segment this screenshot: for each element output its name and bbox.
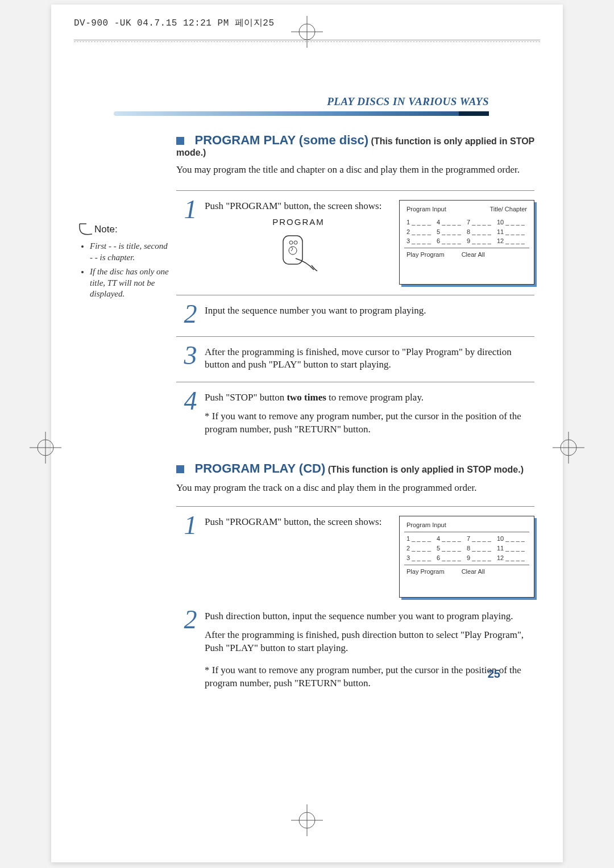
- step-3: 3 After the programming is finished, mov…: [176, 336, 534, 382]
- step-bold: two times: [287, 392, 326, 403]
- note-label: Note:: [85, 224, 171, 235]
- panel-cell: 11 _ _ _ _: [497, 544, 527, 553]
- panel-cell: 8 _ _ _ _: [467, 228, 497, 236]
- panel-action-clear: Clear All: [462, 251, 485, 259]
- program-play-cd-heading: PROGRAM PLAY (CD) (This function is only…: [176, 461, 534, 476]
- panel-cell: 2 _ _ _ _: [406, 228, 437, 236]
- panel-cell: 12 _ _ _ _: [497, 237, 527, 245]
- step-text: Push "STOP" button: [205, 392, 287, 403]
- section-title: PLAY DISCS IN VARIOUS WAYS: [327, 95, 489, 107]
- note-item: First - - is title, second - - is chapte…: [90, 241, 171, 263]
- program-label: PROGRAM: [205, 216, 392, 228]
- panel-cell: 11 _ _ _ _: [497, 228, 527, 236]
- step-4: 4 Push "STOP" button two times to remove…: [176, 382, 534, 446]
- panel-cell: 5 _ _ _ _: [437, 228, 467, 236]
- square-bullet-icon: [176, 137, 184, 145]
- step-number: 2: [176, 608, 205, 690]
- main-column: PROGRAM PLAY (some disc) (This function …: [176, 116, 534, 700]
- step-2: 2 Input the sequence number you want to …: [176, 295, 534, 336]
- panel-cell: 3 _ _ _ _: [406, 554, 437, 562]
- heading-note: (This function is only applied in STOP m…: [328, 465, 524, 474]
- divider: [74, 40, 540, 40]
- header-rule: [114, 111, 489, 116]
- panel-cell: 5 _ _ _ _: [437, 544, 467, 553]
- panel-cell: 9 _ _ _ _: [467, 554, 497, 562]
- note-item: If the disc has only one title, TT will …: [90, 266, 171, 300]
- step-text: After the programming is finished, move …: [205, 344, 534, 372]
- step-text: Input the sequence number you want to pr…: [205, 302, 534, 326]
- square-bullet-icon: [176, 465, 184, 473]
- panel-action-play: Play Program: [406, 251, 445, 259]
- heading-strong: PROGRAM PLAY (some disc): [194, 133, 368, 147]
- crop-mark-bottom: [290, 803, 324, 840]
- step-after: After the programming is finished, push …: [205, 629, 534, 655]
- document-page: DV-900 -UK 04.7.15 12:21 PM 페이지25 PLAY D…: [51, 5, 563, 862]
- panel-cell: 4 _ _ _ _: [437, 535, 467, 543]
- panel-cell: 3 _ _ _ _: [406, 237, 437, 245]
- crop-mark-right: [551, 431, 586, 467]
- panel-cell: 7 _ _ _ _: [467, 218, 497, 227]
- panel-cell: 6 _ _ _ _: [437, 554, 467, 562]
- panel-cell: 7 _ _ _ _: [467, 535, 497, 543]
- step-number: 2: [176, 302, 205, 326]
- step-subtext: * If you want to remove any program numb…: [205, 410, 534, 436]
- program-input-screen: Program Input 1 _ _ _ _ 2 _ _ _ _ 3 _ _ …: [399, 516, 534, 598]
- panel-cell: 9 _ _ _ _: [467, 237, 497, 245]
- panel-head-left: Program Input: [406, 521, 446, 529]
- step-text: Push direction button, input the sequenc…: [205, 610, 534, 623]
- svg-point-13: [289, 241, 293, 244]
- step-2: 2 Push direction button, input the seque…: [176, 608, 534, 700]
- divider: [74, 41, 540, 42]
- svg-point-14: [294, 241, 297, 244]
- section-header: PLAY DISCS IN VARIOUS WAYS: [80, 95, 489, 108]
- panel-head-left: Program Input: [406, 205, 446, 214]
- panel-action-play: Play Program: [406, 567, 445, 576]
- panel-cell: 10 _ _ _ _: [497, 535, 527, 543]
- panel-action-clear: Clear All: [462, 567, 485, 576]
- panel-head-right: Title/ Chapter: [489, 205, 527, 214]
- panel-cell: 12 _ _ _ _: [497, 554, 527, 562]
- page-number: 25: [488, 667, 500, 681]
- step-text: Push "PROGRAM" button, the screen shows:: [205, 200, 392, 213]
- step-subtext: * If you want to remove any program numb…: [205, 664, 534, 690]
- note-bracket-icon: [77, 222, 94, 239]
- panel-cell: 1 _ _ _ _: [406, 218, 437, 227]
- panel-cell: 1 _ _ _ _: [406, 535, 437, 543]
- panel-cell: 8 _ _ _ _: [467, 544, 497, 553]
- crop-mark-top: [290, 15, 324, 51]
- panel-cell: 10 _ _ _ _: [497, 218, 527, 227]
- step-number: 4: [176, 389, 205, 436]
- print-header: DV-900 -UK 04.7.15 12:21 PM 페이지25: [74, 17, 275, 29]
- note-label-text: Note:: [94, 224, 118, 235]
- program-input-screen: Program Input Title/ Chapter 1 _ _ _ _ 2…: [399, 200, 534, 285]
- step-1: 1 Push "PROGRAM" button, the screen show…: [176, 190, 534, 295]
- step-1: 1 Push "PROGRAM" button, the screen show…: [176, 506, 534, 608]
- panel-cell: 2 _ _ _ _: [406, 544, 437, 553]
- step-number: 1: [176, 198, 205, 285]
- panel-cell: 4 _ _ _ _: [437, 218, 467, 227]
- intro-text: You may program the title and chapter on…: [176, 164, 534, 177]
- svg-point-15: [289, 247, 297, 254]
- step-number: 1: [176, 514, 205, 598]
- step-text: Push "PROGRAM" button, the screen shows:: [205, 516, 399, 598]
- step-number: 3: [176, 344, 205, 372]
- crop-mark-left: [28, 431, 63, 467]
- remote-illustration: [279, 232, 318, 276]
- content-area: PLAY DISCS IN VARIOUS WAYS Note: First -…: [80, 95, 534, 700]
- step-text-after: to remove program play.: [326, 392, 424, 403]
- side-notes: Note: First - - is title, second - - is …: [80, 116, 176, 700]
- program-play-heading: PROGRAM PLAY (some disc) (This function …: [176, 133, 534, 158]
- intro-text: You may program the track on a disc and …: [176, 482, 534, 495]
- heading-strong: PROGRAM PLAY (CD): [194, 461, 325, 475]
- panel-cell: 6 _ _ _ _: [437, 237, 467, 245]
